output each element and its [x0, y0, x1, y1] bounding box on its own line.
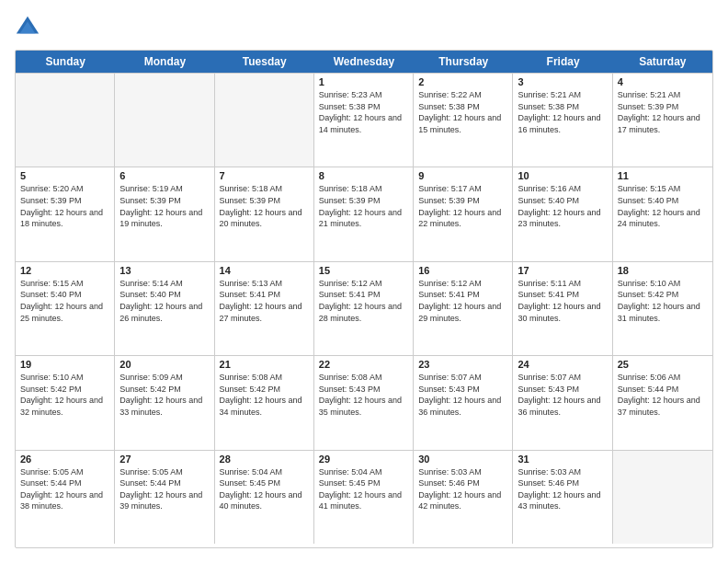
calendar-cell: 17Sunrise: 5:11 AM Sunset: 5:41 PM Dayli… — [513, 262, 612, 355]
calendar-row: 12Sunrise: 5:15 AM Sunset: 5:40 PM Dayli… — [16, 261, 712, 355]
cell-info: Sunrise: 5:11 AM Sunset: 5:41 PM Dayligh… — [518, 278, 607, 324]
calendar-cell: 23Sunrise: 5:07 AM Sunset: 5:43 PM Dayli… — [414, 356, 513, 449]
day-number: 16 — [418, 265, 507, 276]
cell-info: Sunrise: 5:12 AM Sunset: 5:41 PM Dayligh… — [319, 278, 408, 324]
calendar-cell — [215, 74, 314, 167]
day-number: 31 — [518, 454, 607, 465]
day-number: 28 — [220, 454, 309, 465]
day-number: 17 — [518, 265, 607, 276]
calendar-cell: 22Sunrise: 5:08 AM Sunset: 5:43 PM Dayli… — [314, 356, 414, 449]
calendar-cell: 5Sunrise: 5:20 AM Sunset: 5:39 PM Daylig… — [16, 167, 115, 260]
logo-icon — [15, 15, 40, 40]
day-number: 6 — [119, 170, 209, 181]
cell-info: Sunrise: 5:08 AM Sunset: 5:43 PM Dayligh… — [319, 372, 408, 418]
day-number: 18 — [618, 265, 708, 276]
day-number: 4 — [618, 76, 708, 87]
calendar: SundayMondayTuesdayWednesdayThursdayFrid… — [15, 50, 713, 548]
cell-info: Sunrise: 5:07 AM Sunset: 5:43 PM Dayligh… — [518, 372, 607, 418]
calendar-cell: 3Sunrise: 5:21 AM Sunset: 5:38 PM Daylig… — [513, 74, 612, 167]
cell-info: Sunrise: 5:15 AM Sunset: 5:40 PM Dayligh… — [618, 183, 708, 229]
calendar-cell: 1Sunrise: 5:23 AM Sunset: 5:38 PM Daylig… — [314, 74, 414, 167]
calendar-cell: 19Sunrise: 5:10 AM Sunset: 5:42 PM Dayli… — [16, 356, 115, 449]
calendar-cell: 26Sunrise: 5:05 AM Sunset: 5:44 PM Dayli… — [16, 451, 115, 544]
calendar-cell: 28Sunrise: 5:04 AM Sunset: 5:45 PM Dayli… — [215, 451, 314, 544]
day-number: 15 — [319, 265, 408, 276]
day-number: 21 — [220, 359, 309, 370]
calendar-row: 1Sunrise: 5:23 AM Sunset: 5:38 PM Daylig… — [16, 73, 712, 167]
weekday-header: Friday — [513, 51, 612, 73]
cell-info: Sunrise: 5:22 AM Sunset: 5:38 PM Dayligh… — [418, 89, 507, 135]
calendar-cell: 13Sunrise: 5:14 AM Sunset: 5:40 PM Dayli… — [115, 262, 214, 355]
day-number: 13 — [119, 265, 209, 276]
calendar-cell: 16Sunrise: 5:12 AM Sunset: 5:41 PM Dayli… — [414, 262, 513, 355]
cell-info: Sunrise: 5:04 AM Sunset: 5:45 PM Dayligh… — [319, 466, 408, 512]
cell-info: Sunrise: 5:07 AM Sunset: 5:43 PM Dayligh… — [418, 372, 507, 418]
cell-info: Sunrise: 5:03 AM Sunset: 5:46 PM Dayligh… — [418, 466, 507, 512]
day-number: 1 — [319, 76, 408, 87]
weekday-header: Wednesday — [314, 51, 414, 73]
weekday-header: Monday — [115, 51, 214, 73]
cell-info: Sunrise: 5:06 AM Sunset: 5:44 PM Dayligh… — [618, 372, 708, 418]
cell-info: Sunrise: 5:20 AM Sunset: 5:39 PM Dayligh… — [20, 183, 109, 229]
cell-info: Sunrise: 5:09 AM Sunset: 5:42 PM Dayligh… — [119, 372, 209, 418]
calendar-cell: 31Sunrise: 5:03 AM Sunset: 5:46 PM Dayli… — [513, 451, 612, 544]
day-number: 25 — [618, 359, 708, 370]
cell-info: Sunrise: 5:12 AM Sunset: 5:41 PM Dayligh… — [418, 278, 507, 324]
cell-info: Sunrise: 5:13 AM Sunset: 5:41 PM Dayligh… — [220, 278, 309, 324]
calendar-cell: 8Sunrise: 5:18 AM Sunset: 5:39 PM Daylig… — [314, 167, 414, 260]
cell-info: Sunrise: 5:15 AM Sunset: 5:40 PM Dayligh… — [20, 278, 109, 324]
day-number: 7 — [220, 170, 309, 181]
calendar-cell: 9Sunrise: 5:17 AM Sunset: 5:39 PM Daylig… — [414, 167, 513, 260]
cell-info: Sunrise: 5:21 AM Sunset: 5:39 PM Dayligh… — [618, 89, 708, 135]
calendar-cell: 11Sunrise: 5:15 AM Sunset: 5:40 PM Dayli… — [613, 167, 712, 260]
cell-info: Sunrise: 5:18 AM Sunset: 5:39 PM Dayligh… — [319, 183, 408, 229]
calendar-body: 1Sunrise: 5:23 AM Sunset: 5:38 PM Daylig… — [16, 73, 712, 544]
calendar-cell: 10Sunrise: 5:16 AM Sunset: 5:40 PM Dayli… — [513, 167, 612, 260]
day-number: 5 — [20, 170, 109, 181]
calendar-cell: 15Sunrise: 5:12 AM Sunset: 5:41 PM Dayli… — [314, 262, 414, 355]
cell-info: Sunrise: 5:19 AM Sunset: 5:39 PM Dayligh… — [119, 183, 209, 229]
calendar-cell: 12Sunrise: 5:15 AM Sunset: 5:40 PM Dayli… — [16, 262, 115, 355]
calendar-cell: 20Sunrise: 5:09 AM Sunset: 5:42 PM Dayli… — [115, 356, 214, 449]
day-number: 26 — [20, 454, 109, 465]
calendar-cell: 21Sunrise: 5:08 AM Sunset: 5:42 PM Dayli… — [215, 356, 314, 449]
day-number: 2 — [418, 76, 507, 87]
page: SundayMondayTuesdayWednesdayThursdayFrid… — [0, 0, 728, 563]
cell-info: Sunrise: 5:08 AM Sunset: 5:42 PM Dayligh… — [220, 372, 309, 418]
cell-info: Sunrise: 5:14 AM Sunset: 5:40 PM Dayligh… — [119, 278, 209, 324]
day-number: 23 — [418, 359, 507, 370]
cell-info: Sunrise: 5:10 AM Sunset: 5:42 PM Dayligh… — [618, 278, 708, 324]
calendar-cell: 29Sunrise: 5:04 AM Sunset: 5:45 PM Dayli… — [314, 451, 414, 544]
cell-info: Sunrise: 5:05 AM Sunset: 5:44 PM Dayligh… — [119, 466, 209, 512]
cell-info: Sunrise: 5:18 AM Sunset: 5:39 PM Dayligh… — [220, 183, 309, 229]
calendar-cell: 14Sunrise: 5:13 AM Sunset: 5:41 PM Dayli… — [215, 262, 314, 355]
day-number: 24 — [518, 359, 607, 370]
day-number: 9 — [418, 170, 507, 181]
calendar-cell — [16, 74, 115, 167]
day-number: 3 — [518, 76, 607, 87]
cell-info: Sunrise: 5:10 AM Sunset: 5:42 PM Dayligh… — [20, 372, 109, 418]
day-number: 30 — [418, 454, 507, 465]
calendar-cell: 25Sunrise: 5:06 AM Sunset: 5:44 PM Dayli… — [613, 356, 712, 449]
cell-info: Sunrise: 5:21 AM Sunset: 5:38 PM Dayligh… — [518, 89, 607, 135]
calendar-cell: 18Sunrise: 5:10 AM Sunset: 5:42 PM Dayli… — [613, 262, 712, 355]
weekday-header: Thursday — [414, 51, 513, 73]
calendar-cell: 24Sunrise: 5:07 AM Sunset: 5:43 PM Dayli… — [513, 356, 612, 449]
weekday-header: Tuesday — [215, 51, 314, 73]
calendar-row: 19Sunrise: 5:10 AM Sunset: 5:42 PM Dayli… — [16, 355, 712, 449]
day-number: 14 — [220, 265, 309, 276]
day-number: 20 — [119, 359, 209, 370]
cell-info: Sunrise: 5:17 AM Sunset: 5:39 PM Dayligh… — [418, 183, 507, 229]
cell-info: Sunrise: 5:03 AM Sunset: 5:46 PM Dayligh… — [518, 466, 607, 512]
calendar-cell — [115, 74, 214, 167]
day-number: 11 — [618, 170, 708, 181]
calendar-row: 26Sunrise: 5:05 AM Sunset: 5:44 PM Dayli… — [16, 450, 712, 544]
calendar-cell: 2Sunrise: 5:22 AM Sunset: 5:38 PM Daylig… — [414, 74, 513, 167]
calendar-cell: 6Sunrise: 5:19 AM Sunset: 5:39 PM Daylig… — [115, 167, 214, 260]
day-number: 22 — [319, 359, 408, 370]
calendar-cell — [613, 451, 712, 544]
day-number: 27 — [119, 454, 209, 465]
weekday-header: Sunday — [16, 51, 115, 73]
logo — [15, 15, 44, 40]
day-number: 10 — [518, 170, 607, 181]
